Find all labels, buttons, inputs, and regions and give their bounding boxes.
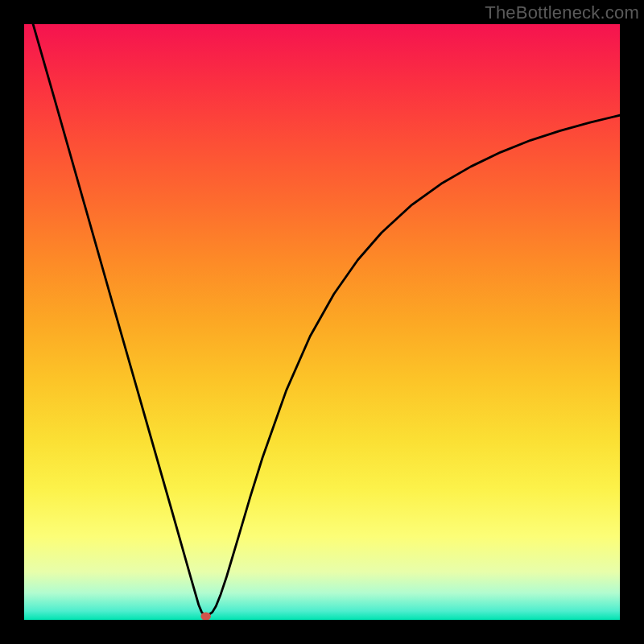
chart-frame: TheBottleneck.com <box>0 0 644 644</box>
watermark-label: TheBottleneck.com <box>485 2 639 23</box>
curve-layer <box>24 24 620 620</box>
bottleneck-curve <box>33 24 620 615</box>
plot-area <box>24 24 620 620</box>
